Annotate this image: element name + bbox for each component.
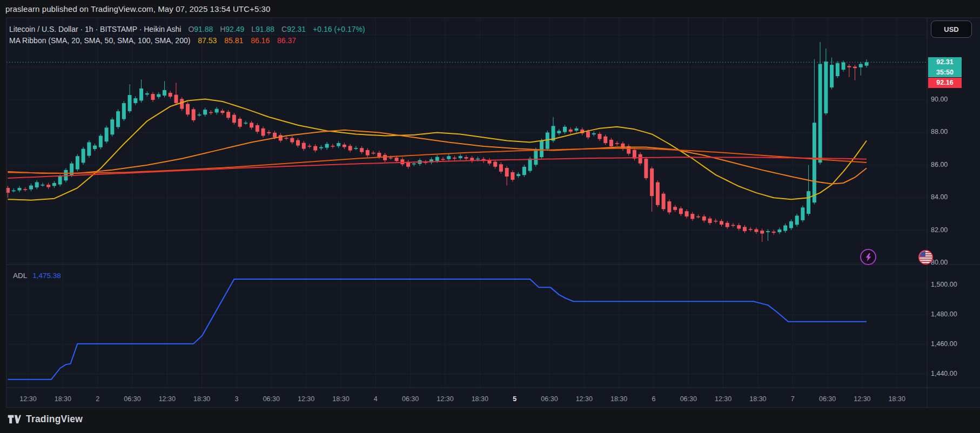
adl-legend: ADL1,475.38: [13, 272, 61, 280]
symbol-legend: Litecoin / U.S. Dollar · 1h · BITSTAMP ·…: [9, 25, 365, 33]
time-axis-label: 18:30: [55, 395, 71, 403]
ma100-value: 86.16: [251, 36, 270, 45]
time-axis-label: 6: [652, 395, 655, 403]
time-axis-label: 18:30: [472, 395, 488, 403]
ma50-value: 85.81: [224, 36, 243, 45]
time-axis-label: 18:30: [749, 395, 766, 403]
bar-countdown-badge: 35:50: [928, 67, 962, 77]
currency-toggle-button[interactable]: USD: [931, 21, 972, 38]
adl-label: ADL: [13, 272, 27, 280]
time-axis-label: 18:30: [610, 395, 627, 403]
time-axis-label: 12:30: [298, 395, 314, 403]
last-price-badge: 92.31: [928, 57, 962, 67]
time-axis-label: 12:30: [576, 395, 593, 403]
lightning-marker-icon[interactable]: [860, 249, 876, 265]
pane-separators: [6, 18, 980, 408]
time-axis-label: 12:30: [437, 395, 453, 403]
time-axis-label: 06:30: [263, 395, 280, 403]
adl-axis-label: 1,480.00: [931, 310, 957, 318]
secondary-price-badge: 92.16: [928, 78, 962, 88]
time-axis-label: 18:30: [332, 395, 349, 403]
ohlc-low-value: 91.88: [256, 25, 274, 33]
ma-ribbon-title: MA Ribbon (SMA, 20, SMA, 50, SMA, 100, S…: [9, 36, 190, 45]
candlestick-series: [6, 42, 869, 242]
price-axis-label: 88.00: [931, 128, 948, 136]
ma-ribbon-lines: [8, 99, 867, 200]
time-axis-label: 06:30: [819, 395, 836, 403]
grid-lines: [6, 18, 927, 388]
time-axis-label: 12:30: [854, 395, 870, 403]
ohlc-open-value: 91.88: [194, 25, 213, 33]
change-value: +0.16 (+0.17%): [313, 25, 365, 33]
time-axis-label: 18:30: [889, 395, 905, 403]
time-axis-label: 18:30: [193, 395, 210, 403]
ma-ribbon-legend: MA Ribbon (SMA, 20, SMA, 50, SMA, 100, S…: [9, 36, 296, 45]
adl-line: [8, 279, 867, 380]
ma20-value: 87.53: [198, 36, 217, 45]
ohlc-close-value: 92.31: [287, 25, 306, 33]
time-axis-label: 4: [374, 395, 378, 403]
time-axis-label: 06:30: [124, 395, 140, 403]
time-axis-label: 3: [234, 395, 238, 403]
tradingview-mark-icon: [8, 414, 21, 424]
time-axis-label: 7: [791, 395, 795, 403]
ohlc-low-label: L: [251, 25, 256, 33]
tradingview-published-chart: praslearn published on TradingView.com, …: [0, 0, 980, 433]
tradingview-logo[interactable]: TradingView: [8, 414, 83, 425]
us-flag-event-icon[interactable]: [918, 250, 933, 265]
time-axis-label: 06:30: [541, 395, 558, 403]
price-axis-label: 84.00: [931, 193, 948, 201]
ohlc-high-label: H: [220, 25, 225, 33]
time-axis-label: 12:30: [159, 395, 176, 403]
symbol-title: Litecoin / U.S. Dollar · 1h · BITSTAMP ·…: [9, 25, 181, 33]
chart-canvas[interactable]: [0, 0, 980, 433]
ma200-value: 86.37: [277, 36, 296, 45]
time-axis-label: 5: [513, 395, 516, 403]
ohlc-high-value: 92.49: [225, 25, 244, 33]
adl-axis-label: 1,460.00: [931, 340, 957, 348]
ohlc-close-label: C: [281, 25, 287, 33]
time-axis-label: 2: [96, 395, 99, 403]
time-axis-label: 12:30: [19, 395, 36, 403]
time-axis-label: 06:30: [680, 395, 697, 403]
adl-axis-label: 1,440.00: [931, 370, 957, 377]
price-axis-label: 82.00: [931, 226, 948, 234]
price-axis-label: 80.00: [931, 259, 948, 266]
flag-canton: [919, 251, 925, 256]
time-axis-label: 06:30: [402, 395, 419, 403]
adl-axis-label: 1,500.00: [931, 281, 957, 288]
price-axis-label: 90.00: [931, 96, 948, 103]
ohlc-open-label: O: [188, 25, 194, 33]
adl-value: 1,475.38: [32, 272, 61, 280]
tradingview-logo-text: TradingView: [26, 414, 83, 425]
price-axis-label: 86.00: [931, 161, 948, 168]
time-axis-label: 12:30: [715, 395, 731, 403]
